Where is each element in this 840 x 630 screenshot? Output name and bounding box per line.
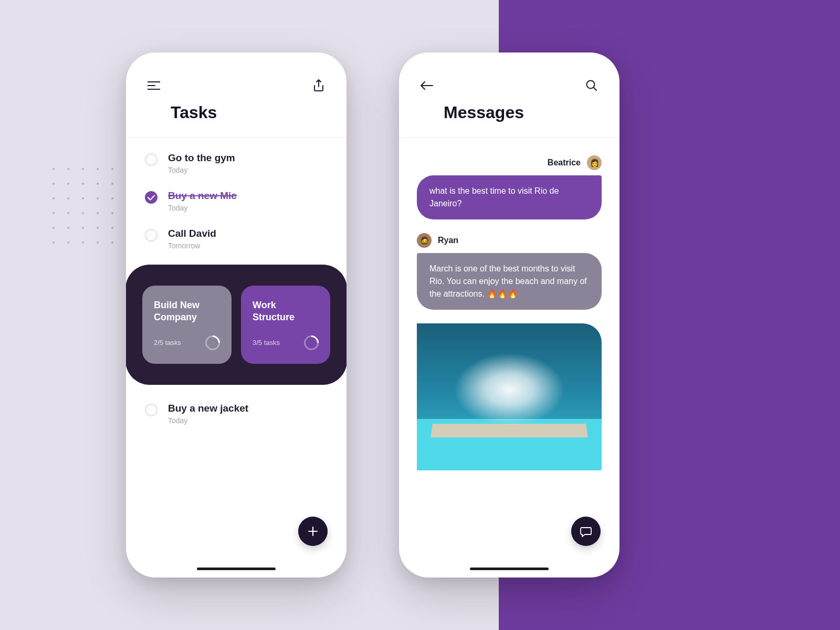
svg-point-0 <box>587 81 595 89</box>
task-checkbox[interactable] <box>145 229 158 242</box>
progress-ring-icon <box>202 332 223 353</box>
avatar[interactable]: 👩 <box>587 155 602 170</box>
search-icon[interactable] <box>585 79 598 92</box>
progress-ring-icon <box>301 332 322 353</box>
task-item[interactable]: Buy a new Mic Today <box>145 190 326 212</box>
avatar[interactable]: 🧔 <box>417 233 432 248</box>
task-checkbox[interactable] <box>145 404 158 416</box>
task-item[interactable]: Call David Tomorrow <box>145 228 326 250</box>
project-title: Work Structure <box>253 299 319 324</box>
project-count: 2/5 tasks <box>154 339 181 346</box>
message-bubble-outgoing[interactable]: what is the best time to visit Rio de Ja… <box>417 175 602 219</box>
project-card[interactable]: Work Structure 3/5 tasks <box>241 286 330 364</box>
message-bubble-incoming[interactable]: March is one of the best months to visit… <box>417 253 602 310</box>
decorative-dots <box>52 168 128 244</box>
page-title: Messages <box>444 103 598 122</box>
project-card[interactable]: Build New Company 2/5 tasks <box>142 286 232 364</box>
home-indicator[interactable] <box>197 568 276 570</box>
project-title: Build New Company <box>154 299 220 324</box>
menu-icon[interactable] <box>147 79 161 92</box>
task-subtitle: Tomorrow <box>168 242 326 250</box>
back-icon[interactable] <box>420 79 434 92</box>
task-label: Buy a new jacket <box>168 403 326 414</box>
tasks-screen: Tasks Go to the gym Today Buy a new Mic … <box>126 52 346 578</box>
task-label: Call David <box>168 228 326 239</box>
sender-name: Beatrice <box>548 158 581 167</box>
sender-row: 🧔 Ryan <box>417 233 602 248</box>
project-count: 3/5 tasks <box>253 339 280 346</box>
photo-attachment[interactable] <box>417 323 602 470</box>
projects-section: Build New Company 2/5 tasks Work Structu… <box>126 265 346 385</box>
messages-screen: Messages Beatrice 👩 what is the best tim… <box>399 52 620 578</box>
task-checkbox[interactable] <box>145 153 158 166</box>
task-label: Go to the gym <box>168 152 326 164</box>
task-item[interactable]: Buy a new jacket Today <box>145 403 326 425</box>
task-item[interactable]: Go to the gym Today <box>145 152 326 174</box>
sender-row: Beatrice 👩 <box>417 155 602 170</box>
compose-button[interactable] <box>571 517 601 546</box>
task-subtitle: Today <box>168 166 326 174</box>
share-icon[interactable] <box>312 79 326 92</box>
sender-name: Ryan <box>438 236 458 245</box>
page-title: Tasks <box>171 103 326 122</box>
task-checkbox-checked[interactable] <box>145 191 158 204</box>
task-subtitle: Today <box>168 204 326 212</box>
add-task-button[interactable] <box>298 517 328 546</box>
task-subtitle: Today <box>168 416 326 425</box>
home-indicator[interactable] <box>470 568 549 570</box>
task-label: Buy a new Mic <box>168 190 326 202</box>
